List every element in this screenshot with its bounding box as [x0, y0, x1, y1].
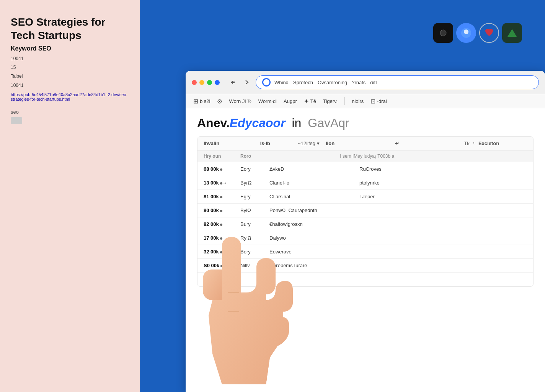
col-header-ihvalin: Ihvalin — [204, 140, 254, 146]
toolbar-label-te: Tē — [310, 98, 316, 104]
app-icon-blue[interactable] — [456, 23, 476, 43]
cell-vol-1: 68 00k — [204, 166, 234, 172]
heart-icon-svg — [483, 27, 495, 39]
cell-kd-1: Eory — [240, 166, 263, 172]
toolbar-icon-1: ⊞ — [193, 98, 198, 105]
cell-name-1: ΔvkeD — [269, 166, 353, 172]
toolbar-icon-2: ⊗ — [217, 98, 222, 105]
back-icon — [229, 79, 236, 86]
sidebar-meta-1: 10041 — [11, 55, 129, 62]
svg-point-1 — [440, 30, 446, 36]
table-header: Ihvalin ls·lb ~12lifeg ▾ lion ↵ Tk ≈ Exc… — [197, 137, 533, 150]
title-in: in — [292, 116, 301, 130]
filter-label: ~12lifeg — [298, 140, 315, 146]
cell-kd-2: ByrΩ — [240, 180, 263, 186]
hand-svg — [186, 193, 300, 384]
address-bar-icon — [262, 78, 271, 87]
toolbar-label-tiger: Tigerv. — [323, 98, 338, 104]
addr-part-5: αitl — [370, 80, 377, 85]
hand-pointer-overlay — [186, 193, 308, 392]
browser-toolbar: ⊞ b s2i ⊗ Worn Ji To Worm·di Augpr ✦ Tē … — [186, 94, 545, 108]
cell-desc-2: ptolynrke — [359, 180, 527, 186]
toolbar-label-nloirs: nloirs — [352, 98, 364, 104]
main-area: Whind Sprotech Ovsamroning ?rnats αitl ⊞… — [140, 0, 545, 392]
toolbar-icon-te: ✦ — [304, 98, 309, 105]
table-subheader: Hry oun Roro I sem IMey ludya¡ T003b a — [197, 150, 533, 162]
addr-part-3: Ovsamroning — [318, 80, 347, 85]
nav-forward-button[interactable] — [240, 77, 251, 88]
subheader-vol: Hry oun — [204, 154, 234, 159]
sidebar: SEO Strategies for Tech Startups Keyword… — [0, 0, 140, 392]
traffic-lights — [192, 80, 220, 85]
addr-part-1: Whind — [274, 80, 289, 85]
address-text: Whind Sprotech Ovsamroning ?rnats αitl — [274, 80, 377, 85]
action-approx[interactable]: ≈ — [473, 140, 475, 146]
title-sub: GavAqr — [308, 116, 349, 130]
traffic-light-red[interactable] — [192, 80, 197, 85]
toolbar-item-nloirs[interactable]: nloirs — [352, 98, 364, 104]
cell-desc-1: RuCroves — [359, 166, 527, 172]
cell-vol-2: 13 00k→ — [204, 180, 234, 186]
table-row: 13 00k→ ByrΩ ClaneI-lo ptolynrke — [197, 176, 533, 190]
toolbar-separator — [344, 97, 345, 105]
toolbar-item-tiger[interactable]: Tigerv. — [323, 98, 338, 104]
toolbar-item-2[interactable]: ⊗ — [217, 98, 222, 105]
table-row: 68 00k Eory ΔvkeD RuCroves — [197, 162, 533, 176]
subheader-desc: I sem IMey ludya¡ T003b a — [340, 154, 527, 159]
app-icon-dark[interactable] — [433, 23, 453, 43]
title-highlight: Edycaoor — [230, 116, 286, 130]
page-title: Anev.Edycaoor in GavAqr — [197, 116, 349, 130]
sidebar-meta-4: 10041 — [11, 82, 129, 89]
browser-window: Whind Sprotech Ovsamroning ?rnats αitl ⊞… — [186, 71, 545, 392]
browser-address-bar[interactable]: Whind Sprotech Ovsamroning ?rnats αitl — [256, 75, 539, 89]
sidebar-title: SEO Strategies for Tech Startups — [11, 15, 129, 42]
nav-back-button[interactable] — [227, 77, 238, 88]
toolbar-item-worn-ji[interactable]: Worn Ji To — [229, 98, 251, 104]
blue-icon-svg — [460, 27, 472, 39]
toolbar-label-augpr: Augpr — [284, 98, 297, 104]
addr-part-4: ?rnats — [352, 80, 366, 85]
toolbar-item-augpr[interactable]: Augpr — [284, 98, 297, 104]
action-excieton[interactable]: Excieton — [478, 140, 499, 146]
cell-name-2: ClaneI-lo — [269, 180, 353, 186]
col-header-lion: lion — [326, 140, 389, 146]
sidebar-url[interactable]: https://pub-5c454f571b8e40a3a2aad27ade84… — [11, 92, 129, 101]
title-part1: Anev. — [197, 116, 230, 130]
toolbar-label-worm: Worm·di — [258, 98, 277, 104]
col-header-filter[interactable]: ~12lifeg ▾ — [298, 140, 320, 146]
toolbar-icon-box: ⊡ — [370, 98, 375, 105]
page-title-area: Anev.Edycaoor in GavAqr — [197, 116, 534, 130]
toolbar-item-te[interactable]: ✦ Tē — [304, 98, 316, 105]
col-header-lslb: ls·lb — [260, 140, 292, 146]
sidebar-tag: seo — [11, 109, 129, 115]
subheader-name: Roro — [240, 154, 334, 159]
browser-nav — [227, 77, 251, 88]
toolbar-label-to: To — [247, 99, 251, 103]
col-header-arrow: ↵ — [395, 140, 458, 146]
forward-icon — [242, 79, 249, 86]
toolbar-item-1[interactable]: ⊞ b s2i — [193, 98, 210, 105]
action-tk[interactable]: Tk — [464, 140, 469, 146]
sidebar-meta-2: 15 — [11, 64, 129, 71]
traffic-light-green[interactable] — [207, 80, 212, 85]
app-icon-green[interactable] — [502, 23, 522, 43]
toolbar-item-worm[interactable]: Worm·di — [258, 98, 277, 104]
traffic-light-yellow[interactable] — [199, 80, 204, 85]
addr-part-2: Sprotech — [293, 80, 313, 85]
toolbar-label-worn-ji: Worn Ji — [229, 98, 246, 104]
dark-icon-svg — [437, 27, 449, 39]
table-action-area: Tk ≈ Excieton — [464, 140, 527, 146]
toolbar-label-dral: ·dral — [377, 98, 387, 104]
app-icon-heart[interactable] — [479, 23, 499, 43]
svg-point-3 — [464, 29, 468, 34]
green-icon-svg — [506, 27, 518, 39]
sidebar-icon — [11, 117, 22, 124]
traffic-light-blue[interactable] — [215, 80, 220, 85]
sidebar-subtitle: Keyword SEO — [11, 45, 129, 52]
cell-desc-3: LJeper — [359, 194, 527, 199]
app-icons-area — [433, 23, 522, 43]
toolbar-label-1: b s2i — [200, 98, 210, 104]
toolbar-item-dral[interactable]: ⊡ ·dral — [370, 98, 387, 105]
sidebar-meta-3: Taipei — [11, 73, 129, 80]
filter-arrow: ▾ — [317, 140, 320, 146]
